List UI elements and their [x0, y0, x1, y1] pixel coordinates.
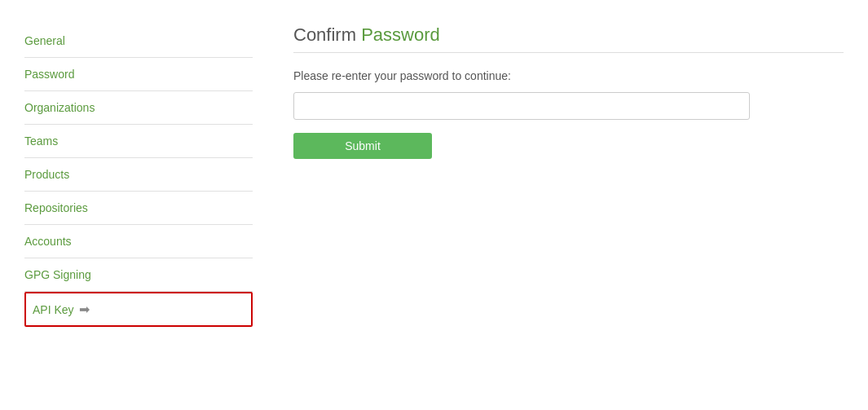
page-title: Confirm Password: [293, 24, 844, 46]
password-input[interactable]: [293, 92, 750, 120]
submit-button[interactable]: Submit: [293, 133, 432, 159]
sidebar-item-label: Accounts: [24, 235, 72, 248]
title-highlight: Password: [361, 24, 440, 45]
title-prefix: Confirm: [293, 24, 361, 45]
sidebar-item-label: Password: [24, 68, 74, 81]
sidebar-item-products[interactable]: Products: [24, 158, 253, 192]
sidebar: General Password Organizations Teams Pro…: [24, 16, 253, 394]
circle-arrow-right-icon: ➡: [79, 302, 90, 317]
sidebar-item-label: Products: [24, 168, 69, 181]
main-content: Confirm Password Please re-enter your pa…: [253, 16, 844, 394]
sidebar-item-label: General: [24, 34, 65, 47]
description-text: Please re-enter your password to continu…: [293, 69, 844, 82]
sidebar-item-teams[interactable]: Teams: [24, 125, 253, 158]
sidebar-item-api-key[interactable]: API Key ➡: [24, 292, 253, 327]
sidebar-item-accounts[interactable]: Accounts: [24, 225, 253, 258]
title-divider: [293, 52, 844, 53]
sidebar-item-organizations[interactable]: Organizations: [24, 91, 253, 125]
sidebar-item-repositories[interactable]: Repositories: [24, 192, 253, 225]
sidebar-item-gpg-signing[interactable]: GPG Signing: [24, 258, 253, 292]
sidebar-item-general[interactable]: General: [24, 24, 253, 58]
sidebar-item-label: Repositories: [24, 201, 88, 214]
sidebar-item-password[interactable]: Password: [24, 58, 253, 91]
sidebar-item-label: GPG Signing: [24, 268, 91, 281]
sidebar-item-label: API Key: [33, 303, 74, 316]
sidebar-item-label: Teams: [24, 134, 58, 148]
sidebar-item-label: Organizations: [24, 101, 95, 114]
